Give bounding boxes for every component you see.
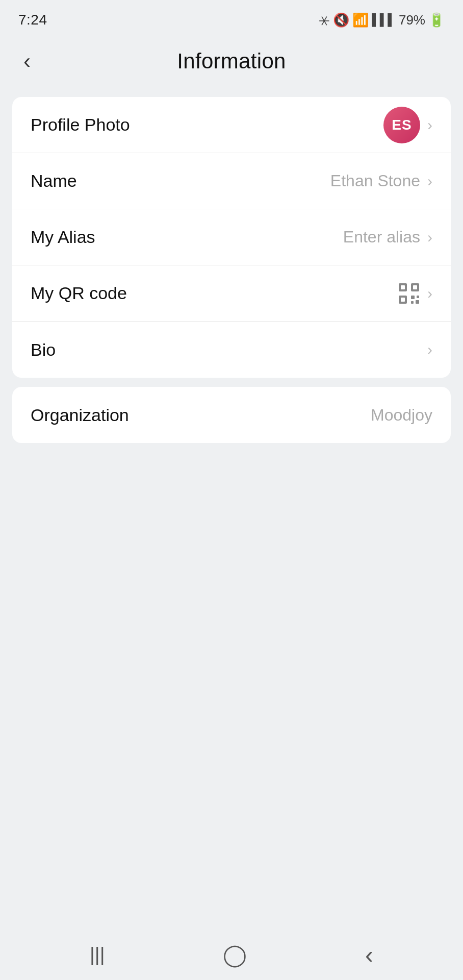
battery-level: 79% (399, 12, 425, 28)
alias-chevron: › (427, 229, 432, 246)
svg-rect-5 (401, 298, 405, 302)
bluetooth-icon: ⚹ (319, 12, 330, 28)
bio-label: Bio (31, 340, 56, 360)
qr-code-chevron: › (427, 285, 432, 302)
svg-rect-7 (417, 296, 419, 298)
battery-icon: 🔋 (428, 12, 445, 28)
org-section-card: Organization Moodjoy (12, 387, 451, 443)
qr-code-icon (398, 282, 420, 305)
organization-item[interactable]: Organization Moodjoy (12, 387, 451, 443)
status-icons: ⚹ 🔇 📶 ▌▌▌ 79% 🔋 (319, 12, 445, 28)
svg-rect-8 (411, 301, 414, 304)
back-button[interactable]: ‹ (18, 45, 36, 77)
nav-back-icon: ‹ (365, 941, 373, 968)
qr-code-right: › (398, 282, 432, 305)
profile-section-card: Profile Photo ES › Name Ethan Stone › My… (12, 97, 451, 378)
top-nav: ‹ Information (0, 36, 463, 87)
menu-icon: ||| (90, 944, 105, 965)
organization-value: Moodjoy (371, 406, 432, 425)
alias-item[interactable]: My Alias Enter alias › (12, 209, 451, 265)
signal-icon: ▌▌▌ (372, 13, 396, 27)
name-chevron: › (427, 173, 432, 190)
organization-right: Moodjoy (371, 406, 432, 425)
avatar-initials: ES (392, 117, 411, 133)
main-content: Profile Photo ES › Name Ethan Stone › My… (0, 87, 463, 929)
name-right: Ethan Stone › (330, 172, 432, 190)
alias-label: My Alias (31, 227, 95, 247)
wifi-icon: 📶 (352, 12, 369, 28)
name-value: Ethan Stone (330, 172, 420, 190)
bio-right: › (427, 341, 432, 358)
silent-icon: 🔇 (333, 12, 349, 28)
home-button[interactable]: ◯ (213, 937, 257, 972)
home-icon: ◯ (223, 943, 247, 967)
status-bar: 7:24 ⚹ 🔇 📶 ▌▌▌ 79% 🔋 (0, 0, 463, 36)
qr-code-item[interactable]: My QR code (12, 265, 451, 322)
svg-rect-9 (416, 300, 419, 304)
profile-photo-label: Profile Photo (31, 115, 130, 135)
organization-label: Organization (31, 405, 129, 425)
svg-rect-3 (413, 285, 417, 289)
bottom-nav: ||| ◯ ‹ (0, 929, 463, 980)
nav-back-button[interactable]: ‹ (355, 936, 383, 974)
page-title: Information (177, 49, 286, 74)
qr-code-label: My QR code (31, 283, 127, 303)
profile-photo-chevron: › (427, 116, 432, 134)
name-item[interactable]: Name Ethan Stone › (12, 153, 451, 209)
bio-chevron: › (427, 341, 432, 358)
alias-right: Enter alias › (343, 228, 432, 247)
name-label: Name (31, 171, 77, 191)
avatar: ES (383, 107, 420, 143)
svg-rect-1 (401, 285, 405, 289)
profile-photo-right: ES › (383, 107, 432, 143)
svg-rect-6 (411, 296, 415, 299)
status-time: 7:24 (18, 12, 47, 28)
profile-photo-item[interactable]: Profile Photo ES › (12, 97, 451, 153)
alias-value: Enter alias (343, 228, 420, 247)
bio-item[interactable]: Bio › (12, 322, 451, 378)
menu-button[interactable]: ||| (80, 939, 115, 971)
